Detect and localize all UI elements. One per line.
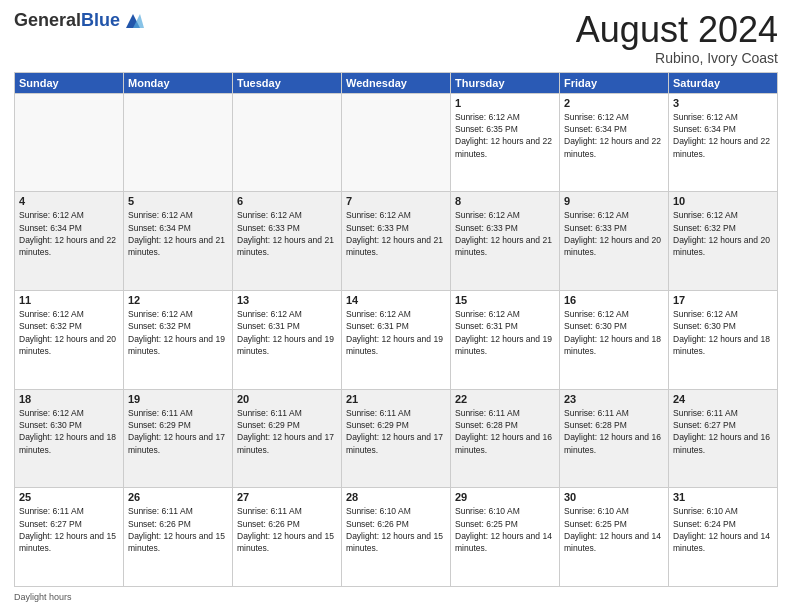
- weekday-header-saturday: Saturday: [669, 72, 778, 93]
- weekday-header-tuesday: Tuesday: [233, 72, 342, 93]
- day-info: Sunrise: 6:10 AMSunset: 6:25 PMDaylight:…: [564, 505, 664, 554]
- page: GeneralBlue August 2024 Rubino, Ivory Co…: [0, 0, 792, 612]
- title-block: August 2024 Rubino, Ivory Coast: [576, 10, 778, 66]
- day-info: Sunrise: 6:12 AMSunset: 6:33 PMDaylight:…: [237, 209, 337, 258]
- day-info: Sunrise: 6:10 AMSunset: 6:25 PMDaylight:…: [455, 505, 555, 554]
- day-number: 29: [455, 491, 555, 503]
- weekday-header-wednesday: Wednesday: [342, 72, 451, 93]
- weekday-header-row: SundayMondayTuesdayWednesdayThursdayFrid…: [15, 72, 778, 93]
- calendar-cell: 9Sunrise: 6:12 AMSunset: 6:33 PMDaylight…: [560, 192, 669, 291]
- calendar-cell: 22Sunrise: 6:11 AMSunset: 6:28 PMDayligh…: [451, 389, 560, 488]
- day-info: Sunrise: 6:12 AMSunset: 6:31 PMDaylight:…: [346, 308, 446, 357]
- calendar-cell: 21Sunrise: 6:11 AMSunset: 6:29 PMDayligh…: [342, 389, 451, 488]
- day-info: Sunrise: 6:11 AMSunset: 6:28 PMDaylight:…: [564, 407, 664, 456]
- calendar-table: SundayMondayTuesdayWednesdayThursdayFrid…: [14, 72, 778, 587]
- day-number: 7: [346, 195, 446, 207]
- calendar-cell: 6Sunrise: 6:12 AMSunset: 6:33 PMDaylight…: [233, 192, 342, 291]
- day-number: 20: [237, 393, 337, 405]
- day-info: Sunrise: 6:12 AMSunset: 6:34 PMDaylight:…: [128, 209, 228, 258]
- day-number: 23: [564, 393, 664, 405]
- day-info: Sunrise: 6:11 AMSunset: 6:29 PMDaylight:…: [237, 407, 337, 456]
- calendar-week-row: 1Sunrise: 6:12 AMSunset: 6:35 PMDaylight…: [15, 93, 778, 192]
- calendar-cell: 1Sunrise: 6:12 AMSunset: 6:35 PMDaylight…: [451, 93, 560, 192]
- day-number: 30: [564, 491, 664, 503]
- day-number: 2: [564, 97, 664, 109]
- weekday-header-friday: Friday: [560, 72, 669, 93]
- logo: GeneralBlue: [14, 10, 144, 32]
- day-info: Sunrise: 6:12 AMSunset: 6:35 PMDaylight:…: [455, 111, 555, 160]
- day-number: 12: [128, 294, 228, 306]
- calendar-cell: 17Sunrise: 6:12 AMSunset: 6:30 PMDayligh…: [669, 290, 778, 389]
- calendar-cell: 4Sunrise: 6:12 AMSunset: 6:34 PMDaylight…: [15, 192, 124, 291]
- day-info: Sunrise: 6:12 AMSunset: 6:30 PMDaylight:…: [673, 308, 773, 357]
- calendar-cell: 2Sunrise: 6:12 AMSunset: 6:34 PMDaylight…: [560, 93, 669, 192]
- calendar-cell: 15Sunrise: 6:12 AMSunset: 6:31 PMDayligh…: [451, 290, 560, 389]
- day-number: 14: [346, 294, 446, 306]
- logo-general-text: General: [14, 10, 81, 30]
- day-info: Sunrise: 6:11 AMSunset: 6:26 PMDaylight:…: [128, 505, 228, 554]
- calendar-cell: 26Sunrise: 6:11 AMSunset: 6:26 PMDayligh…: [124, 488, 233, 587]
- calendar-cell: [124, 93, 233, 192]
- day-number: 10: [673, 195, 773, 207]
- day-number: 17: [673, 294, 773, 306]
- calendar-week-row: 18Sunrise: 6:12 AMSunset: 6:30 PMDayligh…: [15, 389, 778, 488]
- day-number: 21: [346, 393, 446, 405]
- day-number: 31: [673, 491, 773, 503]
- day-info: Sunrise: 6:12 AMSunset: 6:32 PMDaylight:…: [128, 308, 228, 357]
- day-info: Sunrise: 6:11 AMSunset: 6:27 PMDaylight:…: [19, 505, 119, 554]
- calendar-cell: 27Sunrise: 6:11 AMSunset: 6:26 PMDayligh…: [233, 488, 342, 587]
- calendar-cell: 20Sunrise: 6:11 AMSunset: 6:29 PMDayligh…: [233, 389, 342, 488]
- day-number: 8: [455, 195, 555, 207]
- day-info: Sunrise: 6:12 AMSunset: 6:31 PMDaylight:…: [455, 308, 555, 357]
- calendar-cell: 19Sunrise: 6:11 AMSunset: 6:29 PMDayligh…: [124, 389, 233, 488]
- day-info: Sunrise: 6:12 AMSunset: 6:32 PMDaylight:…: [673, 209, 773, 258]
- calendar-cell: 3Sunrise: 6:12 AMSunset: 6:34 PMDaylight…: [669, 93, 778, 192]
- day-number: 26: [128, 491, 228, 503]
- day-info: Sunrise: 6:12 AMSunset: 6:33 PMDaylight:…: [346, 209, 446, 258]
- calendar-cell: 14Sunrise: 6:12 AMSunset: 6:31 PMDayligh…: [342, 290, 451, 389]
- day-info: Sunrise: 6:11 AMSunset: 6:26 PMDaylight:…: [237, 505, 337, 554]
- calendar-cell: 8Sunrise: 6:12 AMSunset: 6:33 PMDaylight…: [451, 192, 560, 291]
- calendar-week-row: 4Sunrise: 6:12 AMSunset: 6:34 PMDaylight…: [15, 192, 778, 291]
- day-number: 22: [455, 393, 555, 405]
- header: GeneralBlue August 2024 Rubino, Ivory Co…: [14, 10, 778, 66]
- weekday-header-sunday: Sunday: [15, 72, 124, 93]
- calendar-cell: 30Sunrise: 6:10 AMSunset: 6:25 PMDayligh…: [560, 488, 669, 587]
- day-info: Sunrise: 6:10 AMSunset: 6:24 PMDaylight:…: [673, 505, 773, 554]
- calendar-cell: 10Sunrise: 6:12 AMSunset: 6:32 PMDayligh…: [669, 192, 778, 291]
- day-number: 9: [564, 195, 664, 207]
- day-info: Sunrise: 6:12 AMSunset: 6:34 PMDaylight:…: [564, 111, 664, 160]
- day-info: Sunrise: 6:11 AMSunset: 6:29 PMDaylight:…: [128, 407, 228, 456]
- day-number: 15: [455, 294, 555, 306]
- day-info: Sunrise: 6:11 AMSunset: 6:27 PMDaylight:…: [673, 407, 773, 456]
- day-number: 4: [19, 195, 119, 207]
- location: Rubino, Ivory Coast: [576, 50, 778, 66]
- calendar-cell: 31Sunrise: 6:10 AMSunset: 6:24 PMDayligh…: [669, 488, 778, 587]
- calendar-cell: 23Sunrise: 6:11 AMSunset: 6:28 PMDayligh…: [560, 389, 669, 488]
- calendar-cell: 24Sunrise: 6:11 AMSunset: 6:27 PMDayligh…: [669, 389, 778, 488]
- day-info: Sunrise: 6:12 AMSunset: 6:33 PMDaylight:…: [564, 209, 664, 258]
- calendar-cell: 18Sunrise: 6:12 AMSunset: 6:30 PMDayligh…: [15, 389, 124, 488]
- day-info: Sunrise: 6:12 AMSunset: 6:32 PMDaylight:…: [19, 308, 119, 357]
- calendar-cell: 16Sunrise: 6:12 AMSunset: 6:30 PMDayligh…: [560, 290, 669, 389]
- day-info: Sunrise: 6:12 AMSunset: 6:34 PMDaylight:…: [673, 111, 773, 160]
- calendar-cell: 13Sunrise: 6:12 AMSunset: 6:31 PMDayligh…: [233, 290, 342, 389]
- calendar-week-row: 11Sunrise: 6:12 AMSunset: 6:32 PMDayligh…: [15, 290, 778, 389]
- day-number: 3: [673, 97, 773, 109]
- calendar-cell: [233, 93, 342, 192]
- daylight-label: Daylight hours: [14, 592, 72, 602]
- month-title: August 2024: [576, 10, 778, 50]
- calendar-cell: 29Sunrise: 6:10 AMSunset: 6:25 PMDayligh…: [451, 488, 560, 587]
- day-number: 25: [19, 491, 119, 503]
- logo-blue-text: Blue: [81, 10, 120, 30]
- calendar-cell: 7Sunrise: 6:12 AMSunset: 6:33 PMDaylight…: [342, 192, 451, 291]
- day-number: 13: [237, 294, 337, 306]
- day-number: 5: [128, 195, 228, 207]
- calendar-cell: 12Sunrise: 6:12 AMSunset: 6:32 PMDayligh…: [124, 290, 233, 389]
- logo-icon: [122, 10, 144, 32]
- day-number: 11: [19, 294, 119, 306]
- footer: Daylight hours: [14, 592, 778, 602]
- calendar-cell: [342, 93, 451, 192]
- day-info: Sunrise: 6:11 AMSunset: 6:28 PMDaylight:…: [455, 407, 555, 456]
- calendar-cell: 28Sunrise: 6:10 AMSunset: 6:26 PMDayligh…: [342, 488, 451, 587]
